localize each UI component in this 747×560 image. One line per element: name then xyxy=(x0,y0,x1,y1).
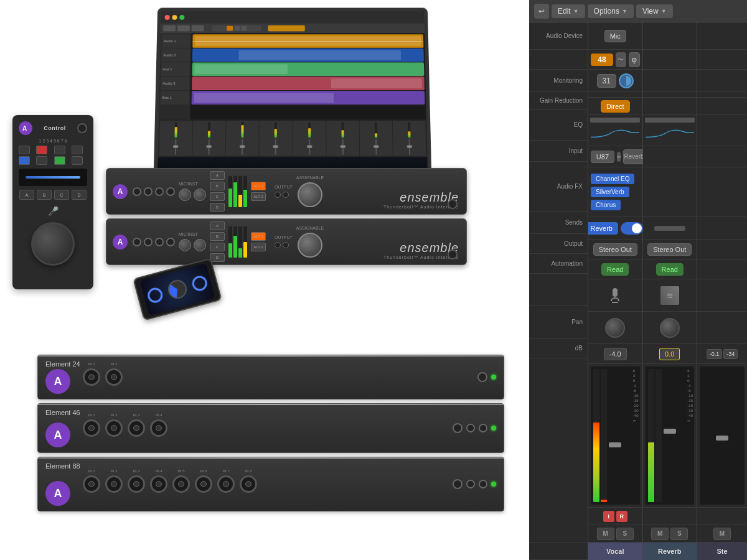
i-button[interactable]: I xyxy=(603,511,614,522)
options-menu[interactable]: Options ▼ xyxy=(588,4,634,18)
pan-cell-3 xyxy=(697,312,747,344)
d2-btn[interactable]: D xyxy=(210,253,225,262)
daw-mix-ch-8 xyxy=(393,121,426,156)
headphone-out-88 xyxy=(453,479,463,489)
view-menu[interactable]: View ▼ xyxy=(636,4,673,18)
reverb-badge[interactable]: Reverb xyxy=(623,149,644,164)
in2-label-46: IN 2 xyxy=(110,413,117,417)
track-label-2: Audio 2 xyxy=(161,49,190,62)
alt2-2-btn[interactable]: ALT 2 xyxy=(251,243,266,251)
output-badge-2[interactable]: Stereo Out xyxy=(647,243,692,256)
sample-rate-row-label xyxy=(529,50,588,70)
monitoring-badge[interactable]: Direct xyxy=(601,100,630,113)
ctrl-btn[interactable] xyxy=(36,156,47,165)
output-cell: Stereo Out xyxy=(588,240,642,259)
alt1-2-btn[interactable]: ALT 1 xyxy=(251,232,266,241)
solo-button-reverb[interactable]: S xyxy=(670,528,688,540)
a-btn[interactable]: A xyxy=(210,171,225,180)
pan-knob-reverb[interactable] xyxy=(660,318,680,338)
bit-depth-cell: 31 xyxy=(588,70,642,92)
alt1-btn[interactable]: ALT 1 xyxy=(251,182,266,190)
ctrl-btn[interactable] xyxy=(19,146,30,154)
ctrl-d-btn[interactable]: D xyxy=(72,190,87,200)
in4-label-88: IN 4 xyxy=(155,469,162,473)
edit-menu[interactable]: Edit ▼ xyxy=(552,4,585,18)
quarter-2-88 xyxy=(479,480,487,488)
d-btn[interactable]: D xyxy=(210,203,225,212)
output-badge[interactable]: Stereo Out xyxy=(593,243,637,256)
gain-knob[interactable] xyxy=(179,189,191,201)
sends-label: Sends xyxy=(565,219,583,226)
audio-fx-cell: Channel EQ SilverVerb Chorus xyxy=(588,167,642,217)
timeline-bar xyxy=(268,26,304,32)
bit-depth-value[interactable]: 31 xyxy=(597,74,616,88)
ctrl-c-btn[interactable]: C xyxy=(54,190,69,200)
ir-cell-2 xyxy=(643,508,697,525)
c-btn[interactable]: C xyxy=(210,192,225,201)
send-toggle[interactable] xyxy=(621,222,643,235)
automation-badge-2[interactable]: Read xyxy=(656,263,684,276)
laptop-screen: Audio 1 Audio 2 Inst 1 Audio 3 Bus 1 xyxy=(154,7,432,175)
automation-badge[interactable]: Read xyxy=(601,263,629,276)
monitoring-spacer-2 xyxy=(643,92,697,98)
alt2-btn[interactable]: ALT 2 xyxy=(251,192,266,201)
eq-curve-2 xyxy=(645,125,695,143)
monitoring-label: Monitoring xyxy=(553,77,583,84)
gain-knob[interactable] xyxy=(194,189,206,201)
back-button[interactable]: ↩ xyxy=(534,4,549,19)
mute-button-reverb[interactable]: M xyxy=(651,528,669,540)
phase-button[interactable]: φ xyxy=(629,52,640,67)
mute-button-vocal[interactable]: M xyxy=(597,528,614,540)
ch-icon-cell-3 xyxy=(697,279,747,312)
ch-icon-cell-2: ≋ xyxy=(643,279,697,312)
reverb-send-badge[interactable]: Reverb xyxy=(588,222,618,235)
xlr-in-1-24 xyxy=(83,368,100,386)
channel-eq-fx[interactable]: Channel EQ xyxy=(591,174,634,184)
pan-cell xyxy=(588,312,642,344)
mute-button-stereo[interactable]: M xyxy=(713,528,731,540)
chorus-fx[interactable]: Chorus xyxy=(591,200,621,210)
daw-mix-ch-7 xyxy=(359,121,392,156)
power-button-1[interactable] xyxy=(448,199,458,209)
element-24-label: Element 24 xyxy=(45,360,80,368)
solo-button-vocal[interactable]: S xyxy=(616,528,634,540)
phone-screen xyxy=(139,263,215,315)
fader-row-label xyxy=(529,358,588,543)
out-jack xyxy=(275,192,281,198)
ctrl-b-btn[interactable]: B xyxy=(37,190,52,200)
sample-rate-badge[interactable]: 48 xyxy=(591,54,613,66)
pan-label: Pan xyxy=(571,319,583,325)
silververb-fx[interactable]: SilverVerb xyxy=(591,187,629,197)
b2-btn[interactable]: B xyxy=(210,232,225,241)
audio-device-badge[interactable]: Mic xyxy=(604,30,626,42)
ctrl-btn[interactable] xyxy=(54,146,65,154)
transport-controls xyxy=(212,26,261,32)
ensemble-stack: A MIC/INST xyxy=(106,168,467,268)
level-meter-2 xyxy=(243,226,247,258)
c2-btn[interactable]: C xyxy=(210,243,225,251)
track-label-1: Audio 1 xyxy=(162,34,190,48)
ctrl-btn[interactable] xyxy=(72,156,83,165)
b-btn[interactable]: B xyxy=(210,182,225,190)
ctrl-a-btn[interactable]: A xyxy=(19,190,34,200)
ctrl-btn-green[interactable] xyxy=(54,156,65,165)
ctrl-btn[interactable] xyxy=(72,146,83,154)
pan-knob-vocal[interactable] xyxy=(605,318,625,338)
r-button[interactable]: R xyxy=(616,511,627,522)
toolbar-btn xyxy=(192,26,204,32)
input-name-badge[interactable]: U87 xyxy=(591,151,614,163)
gain-knob-2[interactable] xyxy=(194,239,206,251)
main-volume-knob[interactable] xyxy=(31,222,75,266)
ctrl-btn-red[interactable] xyxy=(36,146,47,154)
daw-track-2 xyxy=(192,49,424,62)
output-label: Output xyxy=(564,240,583,247)
xlr-in-jack xyxy=(166,187,175,196)
xlr-in-4-46 xyxy=(150,419,167,437)
main-output-knob-2[interactable] xyxy=(298,233,322,258)
gain-knob-2[interactable] xyxy=(179,239,191,251)
a2-btn[interactable]: A xyxy=(210,222,225,230)
power-button-2[interactable] xyxy=(448,250,458,259)
in8-label-88: IN 8 xyxy=(245,469,251,473)
ctrl-btn-blue[interactable] xyxy=(19,156,30,165)
main-output-knob[interactable] xyxy=(298,182,322,207)
